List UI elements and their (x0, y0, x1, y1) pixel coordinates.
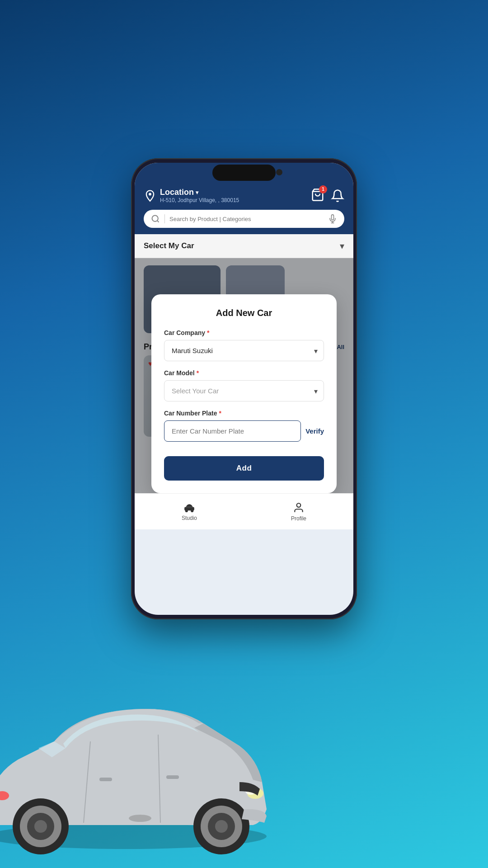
search-input-row (144, 210, 344, 228)
nav-item-studio[interactable]: Studio (182, 502, 197, 521)
bell-icon[interactable] (331, 189, 344, 203)
car-company-label: Car Company * (164, 329, 324, 336)
nav-profile-label: Profile (291, 515, 306, 522)
location-title: Location ▾ (160, 188, 239, 197)
phone-frame: Location ▾ H-510, Jodhpur Village, , 380… (131, 158, 357, 619)
car-number-required: * (219, 410, 221, 417)
car-model-required: * (197, 369, 199, 377)
car-company-group: Car Company * Maruti Suzuki Hyundai Toyo… (164, 329, 324, 361)
svg-point-26 (297, 503, 301, 507)
location-block[interactable]: Location ▾ H-510, Jodhpur Village, , 380… (144, 188, 239, 203)
svg-rect-16 (166, 775, 179, 779)
svg-point-6 (215, 820, 228, 833)
chevron-down-icon: ▾ (196, 189, 198, 196)
nav-studio-label: Studio (182, 515, 197, 521)
cart-wrapper[interactable]: 1 (311, 188, 324, 203)
cart-badge: 1 (319, 185, 327, 193)
svg-point-10 (34, 820, 47, 833)
header-icons: 1 (311, 188, 344, 203)
car-company-select[interactable]: Maruti Suzuki Hyundai Toyota Honda (164, 340, 324, 361)
car-model-label: Car Model * (164, 369, 324, 377)
car-model-select-wrapper: Select Your Car Swift Baleno Dzire ▾ (164, 380, 324, 401)
nav-item-profile[interactable]: Profile (291, 502, 306, 522)
profile-icon (293, 502, 305, 514)
search-divider (164, 214, 165, 223)
svg-point-25 (191, 509, 193, 512)
svg-point-19 (152, 216, 158, 222)
svg-point-14 (129, 815, 151, 822)
add-car-button[interactable]: Add (164, 456, 324, 481)
bottom-nav: Studio Profile (135, 493, 353, 529)
svg-point-17 (149, 193, 151, 195)
mic-icon[interactable] (328, 214, 337, 223)
svg-point-24 (185, 509, 188, 512)
search-input[interactable] (169, 216, 324, 222)
location-icon (144, 189, 156, 202)
select-car-label: Select My Car (144, 241, 194, 250)
svg-rect-15 (99, 778, 112, 781)
car-company-select-wrapper: Maruti Suzuki Hyundai Toyota Honda ▾ (164, 340, 324, 361)
car-model-select[interactable]: Select Your Car Swift Baleno Dzire (164, 380, 324, 401)
search-bar-container (135, 210, 353, 234)
location-text: Location ▾ H-510, Jodhpur Village, , 380… (160, 188, 239, 203)
phone-screen: Location ▾ H-510, Jodhpur Village, , 380… (135, 163, 353, 615)
number-plate-row: Verify (164, 420, 324, 442)
car-number-label: Car Number Plate * (164, 410, 324, 417)
phone-notch (212, 165, 276, 181)
svg-line-20 (157, 221, 159, 222)
phone-camera (276, 169, 282, 175)
studio-car-icon (183, 502, 196, 513)
select-car-chevron: ▾ (340, 241, 344, 251)
car-model-group: Car Model * Select Your Car Swift Baleno… (164, 369, 324, 401)
car-company-required: * (207, 329, 209, 336)
modal-title: Add New Car (164, 308, 324, 318)
select-car-bar[interactable]: Select My Car ▾ (135, 234, 353, 258)
location-subtitle: H-510, Jodhpur Village, , 380015 (160, 197, 239, 203)
verify-button[interactable]: Verify (305, 427, 324, 435)
car-number-input[interactable] (164, 420, 301, 442)
modal-overlay: Add New Car Car Company * Maruti Suzuki … (135, 258, 353, 529)
app-content-area: Products See All off ♥ off ♥ (135, 258, 353, 529)
car-number-group: Car Number Plate * Verify (164, 410, 324, 442)
car-illustration (0, 615, 289, 868)
search-icon (151, 214, 160, 223)
modal-box: Add New Car Car Company * Maruti Suzuki … (151, 294, 337, 493)
